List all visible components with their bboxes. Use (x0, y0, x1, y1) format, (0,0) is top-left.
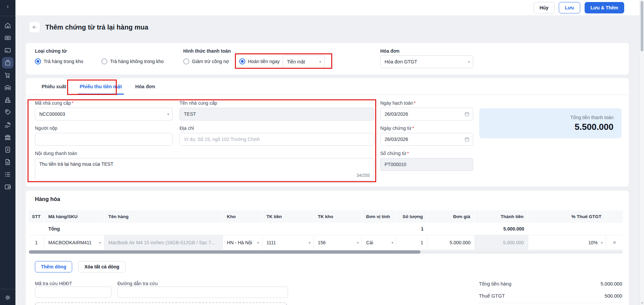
radio-return-not-in-stock[interactable]: Trả hàng không trong kho (101, 58, 164, 64)
tab-phieu-xuat[interactable]: Phiếu xuất (35, 78, 73, 95)
sidebar-item-document[interactable] (2, 156, 13, 168)
invoice-type-select[interactable]: Hóa đơn GTGT ▾ (380, 55, 473, 68)
gear-icon (4, 294, 11, 301)
radio-return-in-stock[interactable]: Trả hàng trong kho (35, 58, 83, 64)
total-payment-label: Tổng tiền thanh toán (479, 115, 613, 120)
sidebar-item-company[interactable] (2, 94, 13, 106)
cash-register-icon (4, 34, 11, 42)
summary-row: Tổng 1 5.000.000 (29, 223, 623, 235)
radio-debt-deduction[interactable]: Giảm trừ công nợ (183, 58, 229, 64)
posting-date-field[interactable] (380, 108, 473, 120)
row-sku-select[interactable]: MACBOOKAIRM411▾ (44, 235, 104, 250)
sidebar-item-wallet[interactable] (2, 181, 13, 193)
doc-date-wrap (380, 133, 473, 146)
doc-type-label: Loại chứng từ (35, 48, 67, 54)
vat-value: 500.000 (605, 293, 622, 299)
page-title: Thêm chứng từ trả lại hàng mua (45, 23, 148, 31)
sidebar-item-purchase[interactable] (2, 57, 13, 68)
wallet-icon (4, 183, 11, 191)
doc-no-field[interactable] (380, 158, 473, 171)
supplier-name-field[interactable] (180, 108, 374, 120)
radio-off-icon (183, 58, 189, 64)
cart-icon (4, 71, 11, 79)
page-vertical-scrollbar[interactable]: ▾ (640, 0, 644, 305)
address-field[interactable] (180, 133, 374, 146)
lookup-code-label: Mã tra cứu HĐĐT (35, 281, 72, 286)
sidebar-item-card[interactable] (2, 45, 13, 56)
radio-refund-now[interactable]: Hoàn tiền ngay (239, 58, 280, 64)
sidebar-item-warehouse[interactable] (2, 82, 13, 93)
table-horizontal-scrollbar[interactable] (29, 250, 623, 254)
sidebar-item-home[interactable] (2, 20, 13, 31)
supplier-code-select[interactable]: NCC000003 ▾ (35, 108, 172, 120)
warehouse-icon (4, 84, 11, 91)
calendar-icon[interactable] (464, 137, 470, 142)
home-icon (4, 22, 11, 29)
col-qty: Số lượng (397, 210, 428, 223)
col-tax: % Thuế GTGT (528, 210, 606, 223)
items-card: Hàng hóa STT Mã hàng/SKU Tên hàng Kho TK… (26, 191, 629, 305)
cancel-button[interactable]: Hủy (534, 2, 554, 13)
calendar-icon[interactable] (464, 111, 470, 117)
scrollbar-down-arrow[interactable]: ▾ (640, 301, 644, 305)
row-qty-field[interactable]: 1 (397, 235, 428, 250)
row-stt: 1 (29, 235, 44, 250)
summary-qty: 1 (397, 223, 428, 235)
payment-content-label: Nội dung thanh toán (35, 151, 77, 156)
row-warehouse-select[interactable]: HN - Hà Nội▾ (223, 235, 262, 250)
chevron-down-icon: ▾ (167, 112, 169, 116)
col-cash-account: TK tiền (262, 210, 314, 223)
payer-field[interactable] (35, 133, 172, 146)
payment-content-field[interactable]: Thu tiền trả lại hàng mua của TEST (35, 158, 374, 180)
doc-no-label: Số chứng từ* (380, 151, 409, 156)
save-and-add-button[interactable]: Lưu & Thêm (585, 2, 624, 13)
row-cash-account-select[interactable]: 1111▾ (262, 235, 314, 250)
attachment-dropzone (35, 302, 287, 305)
vat-label: Thuế GTGT (479, 293, 505, 299)
required-asterisk: * (412, 125, 414, 131)
lookup-url-label: Đường dẫn tra cứu (117, 281, 158, 286)
lookup-code-field[interactable] (35, 287, 111, 298)
sidebar-divider (0, 16, 15, 16)
sidebar-item-invoice[interactable]: $ (2, 144, 13, 155)
back-button[interactable] (29, 21, 40, 33)
sidebar-item-cash-register[interactable] (2, 32, 13, 44)
save-button[interactable]: Lưu (559, 2, 580, 13)
chevron-down-icon: ▾ (391, 240, 393, 245)
bag-icon (4, 59, 11, 66)
table-header-row: STT Mã hàng/SKU Tên hàng Kho TK tiền TK … (29, 210, 623, 223)
scrollbar-thumb[interactable] (29, 250, 420, 254)
sidebar-item-labeler[interactable] (2, 107, 13, 118)
supplier-code-value: NCC000003 (39, 111, 65, 117)
add-row-button[interactable]: Thêm dòng (35, 261, 72, 272)
row-stock-account-select[interactable]: 156▾ (314, 235, 362, 250)
posting-date-label: Ngày hạch toán* (380, 100, 416, 106)
sidebar-item-list[interactable] (2, 169, 13, 180)
scrollbar-thumb[interactable] (641, 1, 643, 51)
payment-content-wrap: Thu tiền trả lại hàng mua của TEST 34/25… (35, 158, 374, 181)
chevron-down-icon: ▾ (308, 240, 310, 245)
sidebar-item-bank[interactable] (2, 132, 13, 143)
radio-label: Hoàn tiền ngay (248, 59, 280, 64)
sidebar-item-sales[interactable] (2, 69, 13, 81)
list-icon (4, 171, 11, 178)
tab-hoa-don[interactable]: Hóa đơn (129, 78, 162, 95)
invoice-dollar-icon: $ (4, 146, 11, 153)
payment-method-select[interactable]: Tiền mặt ▾ (283, 55, 325, 68)
row-price-field[interactable]: 5.000.000 (428, 235, 475, 250)
sidebar-item-hand-coin[interactable] (2, 119, 13, 131)
labeler-icon (4, 109, 11, 116)
tab-phieu-thu-tien-mat[interactable]: Phiếu thu tiền mặt (73, 78, 129, 95)
row-tax-select[interactable]: 10%▾ (528, 235, 606, 250)
lookup-url-field[interactable] (117, 287, 288, 298)
clear-rows-button[interactable]: Xóa tất cả dòng (78, 261, 125, 272)
collapse-chevron-icon[interactable]: › (0, 3, 15, 9)
doc-date-field[interactable] (380, 133, 473, 146)
svg-text:$: $ (7, 148, 8, 151)
delete-row-icon[interactable]: × (612, 239, 616, 246)
items-section-title: Hàng hóa (35, 196, 60, 202)
row-unit-select[interactable]: Cái▾ (362, 235, 397, 250)
payment-method-label: Hình thức thanh toán (183, 48, 231, 54)
sidebar-item-settings[interactable] (2, 292, 13, 303)
required-asterisk: * (407, 151, 409, 156)
